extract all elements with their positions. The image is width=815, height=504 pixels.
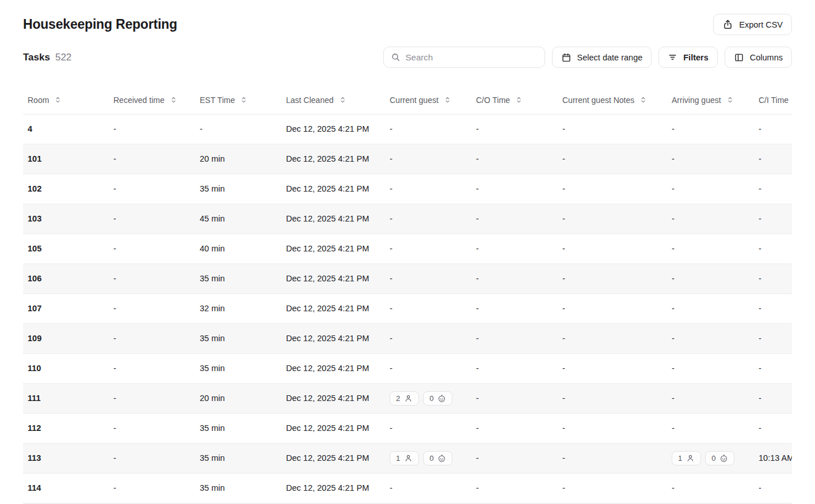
export-csv-button[interactable]: Export CSV [713, 14, 792, 35]
column-header-received_time[interactable]: Received time [109, 86, 195, 114]
adults-badge: 1 [672, 451, 701, 465]
adults-badge-count: 2 [396, 394, 400, 403]
cell-room: 105 [23, 234, 109, 264]
filter-icon [668, 52, 677, 62]
cell-current_guest_notes: - [558, 234, 667, 264]
column-header-arriving_guest[interactable]: Arriving guest [667, 86, 754, 114]
cell-current_guest_notes: - [558, 204, 667, 234]
sort-icon [54, 96, 62, 104]
column-label: Arriving guest [672, 96, 721, 105]
column-header-current_guest_notes[interactable]: Current guest Notes [558, 86, 667, 114]
column-label: C/I Time [759, 96, 789, 105]
cell-ci_time: - [754, 204, 792, 234]
housekeeping-reporting-page: Housekeeping Reporting Export CSV Tasks … [0, 0, 815, 504]
column-label: Last Cleaned [286, 96, 334, 105]
children-badge-count: 0 [711, 454, 715, 463]
cell-last_cleaned: Dec 12, 2025 4:21 PM [281, 383, 385, 413]
cell-current_guest: - [385, 144, 471, 174]
cell-received_time: - [109, 114, 195, 144]
table-row: 4--Dec 12, 2025 4:21 PM----- [23, 114, 792, 144]
cell-last_cleaned: Dec 12, 2025 4:21 PM [281, 114, 385, 144]
child-icon [437, 394, 446, 403]
cell-co_time: - [471, 174, 558, 204]
cell-current_guest_notes: - [558, 264, 667, 293]
cell-last_cleaned: Dec 12, 2025 4:21 PM [281, 264, 385, 293]
tasks-counter: Tasks 522 [23, 52, 71, 63]
select-date-range-button[interactable]: Select date range [552, 47, 652, 68]
table-row: 112-35 minDec 12, 2025 4:21 PM----- [23, 413, 792, 443]
child-icon [719, 454, 728, 463]
cell-arriving_guest: 10 [667, 443, 754, 473]
cell-room: 101 [23, 144, 109, 174]
page-title: Housekeeping Reporting [23, 17, 177, 32]
cell-ci_time: - [754, 353, 792, 383]
cell-arriving_guest: - [667, 204, 754, 234]
column-label: EST Time [200, 96, 235, 105]
cell-arriving_guest: - [667, 353, 754, 383]
cell-received_time: - [109, 323, 195, 353]
table-row: 109-35 minDec 12, 2025 4:21 PM----- [23, 323, 792, 353]
columns-icon [734, 52, 744, 63]
table-row: 113-35 minDec 12, 2025 4:21 PM10--1010:1… [23, 443, 792, 473]
cell-current_guest_notes: - [558, 383, 667, 413]
cell-received_time: - [109, 383, 195, 413]
tasks-table-container: RoomReceived timeEST TimeLast CleanedCur… [23, 86, 792, 504]
cell-co_time: - [471, 473, 558, 503]
cell-room: 103 [23, 204, 109, 234]
filters-button[interactable]: Filters [658, 47, 718, 68]
sort-icon [443, 96, 452, 104]
cell-est_time: 35 min [195, 323, 281, 353]
search-icon [391, 52, 401, 62]
cell-est_time: 35 min [195, 473, 281, 503]
person-icon [404, 454, 413, 463]
cell-current_guest_notes: - [558, 114, 667, 144]
table-controls: Select date range Filters Columns [383, 47, 792, 68]
cell-room: 107 [23, 293, 109, 323]
cell-received_time: - [109, 174, 195, 204]
cell-current_guest_notes: - [558, 413, 667, 443]
child-icon [437, 454, 446, 463]
children-badge-count: 0 [429, 454, 433, 463]
cell-last_cleaned: Dec 12, 2025 4:21 PM [281, 443, 385, 473]
cell-co_time: - [471, 264, 558, 293]
table-row: 105-40 minDec 12, 2025 4:21 PM----- [23, 234, 792, 264]
cell-current_guest: - [385, 234, 471, 264]
cell-ci_time: - [754, 323, 792, 353]
column-header-ci_time[interactable]: C/I Time [754, 86, 792, 114]
cell-co_time: - [471, 353, 558, 383]
cell-room: 112 [23, 413, 109, 443]
export-csv-label: Export CSV [739, 20, 783, 29]
cell-co_time: - [471, 383, 558, 413]
guest-badges: 20 [390, 391, 452, 406]
search-input[interactable] [406, 52, 538, 62]
table-row: 106-35 minDec 12, 2025 4:21 PM----- [23, 264, 792, 293]
cell-received_time: - [109, 264, 195, 293]
guest-badges: 10 [390, 451, 452, 465]
sort-icon [338, 96, 347, 104]
column-header-co_time[interactable]: C/O Time [471, 86, 558, 114]
columns-button[interactable]: Columns [725, 47, 792, 68]
column-header-room[interactable]: Room [23, 86, 109, 114]
cell-est_time: 35 min [195, 264, 281, 293]
cell-current_guest: 20 [385, 383, 471, 413]
cell-est_time: 35 min [195, 443, 281, 473]
cell-est_time: 32 min [195, 293, 281, 323]
column-header-current_guest[interactable]: Current guest [385, 86, 471, 114]
cell-est_time: 40 min [195, 234, 281, 264]
cell-room: 111 [23, 383, 109, 413]
cell-last_cleaned: Dec 12, 2025 4:21 PM [281, 473, 385, 503]
cell-current_guest: - [385, 293, 471, 323]
cell-current_guest_notes: - [558, 353, 667, 383]
cell-est_time: 20 min [195, 144, 281, 174]
cell-arriving_guest: - [667, 323, 754, 353]
cell-received_time: - [109, 413, 195, 443]
cell-received_time: - [109, 144, 195, 174]
cell-last_cleaned: Dec 12, 2025 4:21 PM [281, 144, 385, 174]
column-header-last_cleaned[interactable]: Last Cleaned [281, 86, 385, 114]
column-header-est_time[interactable]: EST Time [195, 86, 281, 114]
cell-last_cleaned: Dec 12, 2025 4:21 PM [281, 323, 385, 353]
cell-ci_time: - [754, 383, 792, 413]
adults-badge: 1 [390, 451, 419, 465]
search-box [383, 47, 545, 68]
table-row: 111-20 minDec 12, 2025 4:21 PM20---- [23, 383, 792, 413]
